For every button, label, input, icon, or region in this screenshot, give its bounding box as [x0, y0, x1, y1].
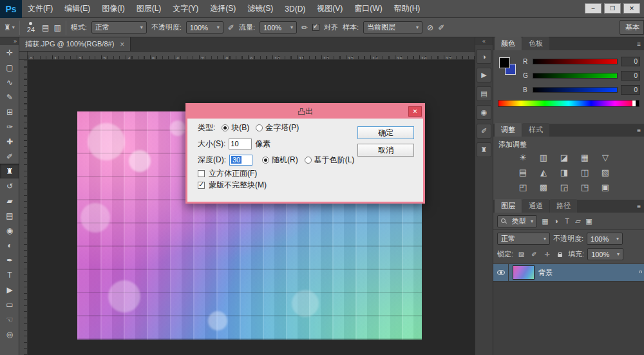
menu-3d[interactable]: 3D(D)	[279, 0, 311, 17]
restore-button[interactable]: ❐	[604, 3, 621, 14]
filter-pixel-layers-icon[interactable]: ▦	[540, 217, 550, 225]
workspace-switcher-button[interactable]: 基本	[620, 20, 644, 35]
foreground-color-swatch[interactable]	[499, 57, 510, 68]
quick-selection-tool[interactable]: ✎	[0, 90, 19, 104]
close-button[interactable]: ✕	[623, 3, 640, 14]
menu-window[interactable]: 窗口(W)	[348, 0, 388, 17]
layer-row-background[interactable]: 背景	[493, 264, 644, 282]
depth-levels-radio[interactable]	[305, 157, 312, 164]
filter-adjustment-layers-icon[interactable]: ◑	[551, 217, 561, 225]
dodge-tool[interactable]: ◐	[0, 238, 19, 253]
channel-mixer-icon[interactable]: ▧	[598, 166, 613, 178]
lasso-tool[interactable]: ∿	[0, 75, 19, 90]
tab-layers[interactable]: 图层	[495, 199, 522, 213]
tab-close-button[interactable]: ×	[120, 40, 124, 49]
blend-mode-select[interactable]: 正常▾	[91, 21, 147, 34]
posterize-icon[interactable]: ▩	[536, 180, 551, 193]
brush-tool[interactable]: ✐	[0, 149, 19, 164]
info-panel-icon[interactable]: ◉	[477, 105, 491, 120]
pressure-opacity-icon[interactable]: ✐	[228, 23, 234, 32]
menu-file[interactable]: 文件(F)	[22, 0, 59, 17]
cancel-button[interactable]: 取消	[357, 144, 414, 157]
filter-shape-layers-icon[interactable]: ▱	[573, 217, 583, 225]
type-tool[interactable]: T	[0, 267, 19, 282]
layer-thumbnail[interactable]	[513, 265, 535, 280]
channel-value[interactable]: 0	[621, 85, 640, 95]
curves-icon[interactable]: ◪	[556, 151, 572, 164]
properties-panel-icon[interactable]: ▤	[477, 86, 491, 101]
pen-tool[interactable]: ✒	[0, 253, 19, 267]
dialog-title-bar[interactable]: 凸出 ✕	[187, 105, 423, 119]
panel-strip-collapse-button[interactable]: «	[475, 37, 493, 45]
layer-filter-type-select[interactable]: 类型 ▾	[497, 215, 537, 227]
tab-styles[interactable]: 样式	[522, 123, 549, 137]
type-pyramid-radio[interactable]	[256, 124, 263, 131]
size-input[interactable]: 10	[229, 139, 252, 149]
channel-slider[interactable]	[533, 73, 618, 79]
brightness-contrast-icon[interactable]: ☀	[515, 151, 531, 164]
tab-swatches[interactable]: 色板	[522, 37, 549, 50]
menu-image[interactable]: 图像(I)	[96, 0, 130, 17]
document-tab[interactable]: 捕获.JPG @ 100%(RGB/8#) ×	[19, 37, 131, 51]
menu-filter[interactable]: 滤镜(S)	[242, 0, 279, 17]
actions-panel-icon[interactable]: ▶	[477, 68, 491, 82]
layer-fill-select[interactable]: 100%▾	[587, 248, 623, 260]
layer-opacity-select[interactable]: 100%▾	[587, 233, 623, 245]
menu-help[interactable]: 帮助(H)	[388, 0, 426, 17]
color-balance-icon[interactable]: ◭	[536, 166, 551, 178]
exposure-icon[interactable]: ▦	[577, 151, 592, 164]
levels-icon[interactable]: ▥	[536, 151, 551, 164]
gradient-map-icon[interactable]: ◳	[577, 180, 592, 193]
aligned-checkbox[interactable]	[312, 24, 319, 31]
channel-value[interactable]: 0	[621, 71, 640, 81]
lock-position-icon[interactable]: ✛	[542, 251, 552, 258]
menu-view[interactable]: 视图(V)	[311, 0, 348, 17]
tab-adjustments[interactable]: 调整	[495, 123, 522, 137]
type-block-label[interactable]: 块(B)	[231, 122, 249, 133]
type-block-radio[interactable]	[222, 124, 229, 131]
ignore-adjustment-layers-icon[interactable]: ⊘	[427, 23, 433, 32]
tab-paths[interactable]: 路径	[550, 199, 577, 213]
blur-tool[interactable]: ◉	[0, 223, 19, 238]
mask-incomplete-checkbox[interactable]	[198, 182, 205, 189]
sample-select[interactable]: 当前图层▾	[363, 21, 422, 34]
crop-tool[interactable]: ⊞	[0, 104, 19, 119]
dialog-close-button[interactable]: ✕	[408, 106, 422, 117]
channel-slider[interactable]	[533, 59, 618, 64]
history-brush-tool[interactable]: ↺	[0, 178, 19, 193]
layer-name[interactable]: 背景	[538, 268, 553, 278]
vibrance-icon[interactable]: ▽	[598, 151, 613, 164]
invert-icon[interactable]: ◰	[515, 180, 531, 193]
threshold-icon[interactable]: ◲	[556, 180, 572, 193]
channel-slider[interactable]	[533, 87, 618, 93]
flow-select[interactable]: 100%▾	[260, 21, 297, 34]
airbrush-icon[interactable]: ✏	[301, 23, 308, 32]
toggle-brush-panel-button[interactable]: ▤	[42, 23, 49, 32]
brush-panel-icon[interactable]: ✐	[477, 124, 491, 139]
adjustments-panel-icon[interactable]: ◑	[477, 49, 491, 64]
clone-stamp-tool[interactable]: ♜	[0, 164, 19, 178]
panel-menu-icon[interactable]: ≡	[637, 203, 641, 210]
clone-source-panel-icon[interactable]: ♜	[477, 142, 491, 157]
shape-tool[interactable]: ▭	[0, 297, 19, 312]
depth-levels-label[interactable]: 基于色阶(L)	[314, 155, 355, 166]
menu-edit[interactable]: 编辑(E)	[59, 0, 96, 17]
tab-channels[interactable]: 通道	[522, 199, 549, 213]
panel-menu-icon[interactable]: ≡	[637, 127, 641, 134]
type-pyramid-label[interactable]: 金字塔(P)	[265, 122, 299, 133]
opacity-select[interactable]: 100%▾	[186, 21, 223, 34]
eraser-tool[interactable]: ▰	[0, 193, 19, 208]
front-faces-label[interactable]: 立方体正面(F)	[209, 168, 257, 179]
lock-transparency-icon[interactable]: ▨	[516, 251, 526, 258]
marquee-tool[interactable]: ▢	[0, 60, 19, 75]
photo-filter-icon[interactable]: ◫	[577, 166, 592, 178]
eyedropper-tool[interactable]: ✑	[0, 119, 19, 134]
toolbar-collapse-button[interactable]: »	[0, 37, 19, 45]
selective-color-icon[interactable]: ▣	[598, 180, 613, 193]
lock-all-icon[interactable]	[555, 252, 565, 257]
minimize-button[interactable]: –	[585, 3, 601, 14]
panel-menu-icon[interactable]: ≡	[637, 41, 641, 48]
zoom-tool[interactable]: ◎	[0, 327, 19, 341]
color-spectrum-ramp[interactable]	[498, 100, 639, 107]
gradient-tool[interactable]: ▤	[0, 208, 19, 223]
